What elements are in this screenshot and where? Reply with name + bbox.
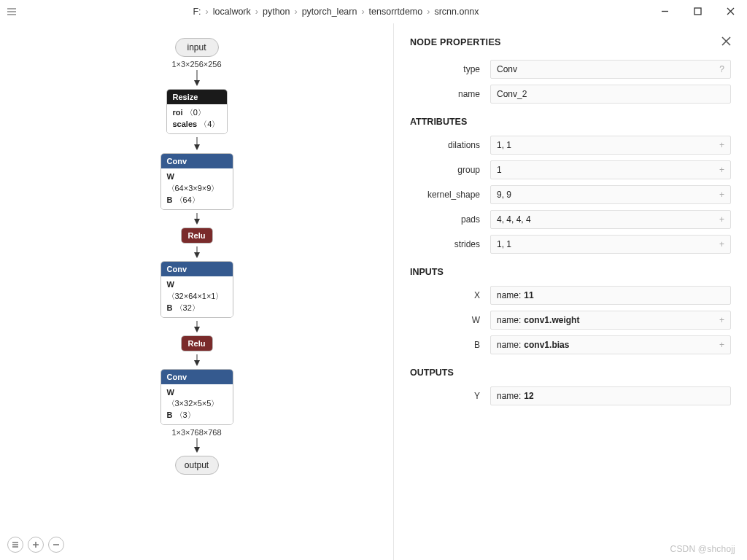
node-title: Relu <box>182 228 212 243</box>
chevron-right-icon: › <box>361 7 364 17</box>
chevron-right-icon: › <box>255 7 258 17</box>
list-icon[interactable] <box>7 537 23 553</box>
graph-edge <box>150 213 244 225</box>
breadcrumb-item[interactable]: srcnn.onnx <box>434 7 479 17</box>
graph-output-node[interactable]: output <box>175 456 219 475</box>
graph-edge <box>150 246 244 258</box>
prop-value[interactable]: Conv_2 <box>490 85 731 104</box>
title-bar: F: › localwork › python › pytorch_learn … <box>0 0 747 23</box>
attr-label: group <box>410 165 490 175</box>
input-label: X <box>410 290 490 300</box>
edge-label: 1×3×768×768 <box>171 428 221 437</box>
chevron-right-icon: › <box>427 7 430 17</box>
attr-value[interactable]: 9, 9+ <box>490 185 731 204</box>
graph-edge: 1×3×256×256 <box>150 60 244 86</box>
help-icon[interactable]: ? <box>719 64 724 74</box>
panel-title: NODE PROPERTIES <box>410 37 501 47</box>
expand-icon[interactable]: + <box>719 239 724 249</box>
close-icon[interactable] <box>721 36 731 48</box>
breadcrumb-root[interactable]: F: <box>193 7 201 17</box>
attr-value[interactable]: 1, 1+ <box>490 235 731 254</box>
maximize-button[interactable] <box>681 0 714 23</box>
expand-icon[interactable]: + <box>719 315 724 325</box>
attr-value[interactable]: 1, 1+ <box>490 136 731 155</box>
input-value[interactable]: name: 11 <box>490 286 731 305</box>
graph-edge <box>150 354 244 366</box>
close-button[interactable] <box>714 0 747 23</box>
prop-label: name <box>410 89 490 99</box>
graph-node-conv[interactable]: Conv W 〈3×32×5×5〉 B 〈3〉 <box>160 369 233 426</box>
expand-icon[interactable]: + <box>719 165 724 175</box>
node-title: Conv <box>161 262 233 276</box>
breadcrumb-item[interactable]: tensorrtdemo <box>369 7 423 17</box>
section-attributes: ATTRIBUTES <box>410 117 731 127</box>
graph-node-resize[interactable]: Resize roi 〈0〉 scales 〈4〉 <box>166 89 228 134</box>
expand-icon[interactable]: + <box>719 214 724 225</box>
chevron-right-icon: › <box>295 7 298 17</box>
attr-value[interactable]: 1+ <box>490 160 731 179</box>
edge-label: 1×3×256×256 <box>171 60 221 69</box>
prop-row-type: type Conv ? <box>410 60 731 79</box>
attr-label: strides <box>410 239 490 249</box>
zoom-in-icon[interactable] <box>28 537 44 553</box>
graph-input-node[interactable]: input <box>175 38 219 57</box>
hamburger-icon[interactable] <box>0 6 23 18</box>
node-title: Resize <box>167 90 227 104</box>
svg-rect-0 <box>694 8 701 15</box>
canvas-controls <box>7 537 64 553</box>
attr-label: dilations <box>410 140 490 150</box>
graph-node-relu[interactable]: Relu <box>181 228 213 244</box>
breadcrumb-item[interactable]: localwork <box>213 7 251 17</box>
section-outputs: OUTPUTS <box>410 368 731 378</box>
output-value[interactable]: name: 12 <box>490 386 731 405</box>
graph-edge: 1×3×768×768 <box>150 428 244 453</box>
graph-edge <box>150 321 244 332</box>
graph-node-relu[interactable]: Relu <box>181 335 213 351</box>
breadcrumb-item[interactable]: python <box>263 7 290 17</box>
node-title: Conv <box>161 370 233 384</box>
breadcrumb-item[interactable]: pytorch_learn <box>302 7 357 17</box>
attr-value[interactable]: 4, 4, 4, 4+ <box>490 210 731 229</box>
prop-label: type <box>410 64 490 74</box>
prop-value[interactable]: Conv ? <box>490 60 731 79</box>
attr-label: pads <box>410 214 490 225</box>
chevron-right-icon: › <box>206 7 209 17</box>
input-label: B <box>410 340 490 350</box>
expand-icon[interactable]: + <box>719 190 724 200</box>
section-inputs: INPUTS <box>410 267 731 277</box>
input-value[interactable]: name: conv1.bias+ <box>490 335 731 354</box>
output-label: Y <box>410 391 490 401</box>
expand-icon[interactable]: + <box>719 340 724 350</box>
graph-node-conv[interactable]: Conv W 〈64×3×9×9〉 B 〈64〉 <box>160 153 233 210</box>
attr-label: kernel_shape <box>410 190 490 200</box>
graph-node-conv[interactable]: Conv W 〈32×64×1×1〉 B 〈32〉 <box>160 261 233 318</box>
node-title: Relu <box>182 336 212 351</box>
input-value[interactable]: name: conv1.weight+ <box>490 311 731 330</box>
node-title: Conv <box>161 154 233 168</box>
graph-edge <box>150 137 244 150</box>
properties-panel: NODE PROPERTIES type Conv ? name Conv_2 … <box>393 23 747 560</box>
window-controls <box>649 0 747 23</box>
input-label: W <box>410 315 490 325</box>
watermark: CSDN @shchojj <box>670 544 735 554</box>
breadcrumb: F: › localwork › python › pytorch_learn … <box>23 7 649 17</box>
expand-icon[interactable]: + <box>719 140 724 150</box>
prop-row-name: name Conv_2 <box>410 85 731 104</box>
minimize-button[interactable] <box>649 0 681 23</box>
zoom-out-icon[interactable] <box>48 537 64 553</box>
graph-canvas[interactable]: input 1×3×256×256 Resize roi 〈0〉 scales … <box>0 23 393 560</box>
